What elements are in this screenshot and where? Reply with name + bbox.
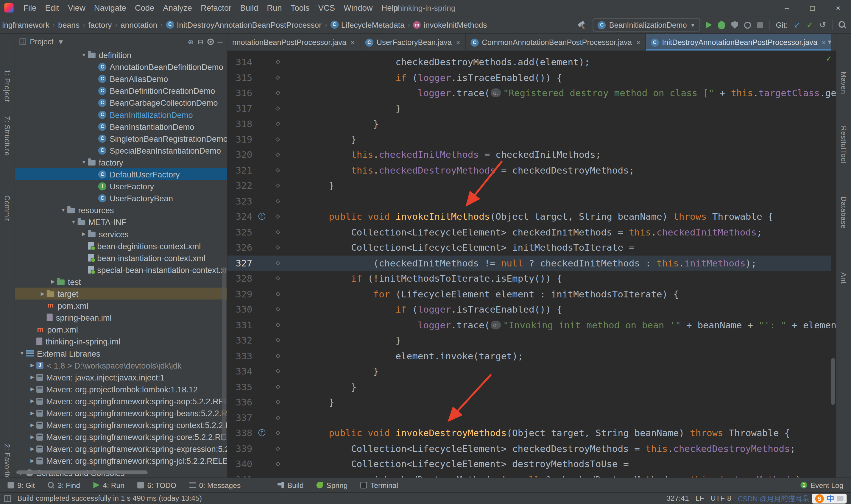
code-line[interactable]: 335 } [228,379,836,394]
line-number[interactable]: 335 [228,379,253,394]
keyboard-icon[interactable] [837,496,844,501]
toolwindow-button-restfultool[interactable]: RestfulTool [840,126,848,164]
tree-item[interactable]: ▶Maven: org.projectlombok:lombok:1.18.12 [15,383,227,395]
close-icon[interactable]: × [456,38,460,47]
profiler-button[interactable] [744,21,752,29]
hide-panel-button[interactable]: ─ [218,38,223,46]
tree-item[interactable]: CAnnotationBeanDefinitionDemo [15,61,227,73]
fold-marker-icon[interactable] [275,260,280,265]
code-line[interactable]: 336 } [228,394,836,410]
code-line[interactable]: 332 } [228,332,836,348]
menu-refactor[interactable]: Refactor [196,0,236,16]
tree-item[interactable]: special-bean-instantiation-context.xml [15,264,227,276]
code-line[interactable]: 321 this.checkedDestroyMethods = checked… [228,163,836,178]
fold-marker-icon[interactable] [275,322,280,327]
code-line[interactable]: 328 if (!initMethodsToIterate.isEmpty())… [228,271,836,286]
fold-marker-icon[interactable] [275,369,280,373]
code-line[interactable]: 340 Collection<LifecycleElement> destroy… [228,456,836,472]
line-number[interactable]: 331 [228,317,253,332]
debug-button[interactable] [718,21,725,29]
fold-marker-icon[interactable] [275,338,280,342]
line-number[interactable]: 317 [228,101,253,116]
build-hammer-icon[interactable] [578,20,587,30]
menu-help[interactable]: Help [377,0,402,16]
code-line[interactable]: 324↑ public void invokeInitMethods(Objec… [228,209,836,224]
run-button[interactable] [706,22,712,28]
tree-item[interactable]: ▶Maven: org.springframework:spring-conte… [15,419,227,431]
breadcrumb-item[interactable]: CLifecycleMetadata [329,20,406,29]
chevron-down-icon[interactable]: ▼ [57,38,64,46]
code-line[interactable]: 338↑ public void invokeDestroyMethods(Ob… [228,426,836,441]
fold-marker-icon[interactable] [275,245,280,250]
menu-view[interactable]: View [64,0,90,16]
tree-collapsed-icon[interactable]: ▶ [28,422,36,428]
code-line[interactable]: 317 } [228,101,836,116]
run-config-select[interactable]: C BeanInitializationDemo ▼ [593,18,700,32]
tree-item[interactable]: IUserFactory [15,180,227,192]
code-line[interactable]: 337 [228,410,836,426]
coverage-button[interactable] [731,21,739,29]
line-number[interactable]: 315 [228,70,253,85]
line-number[interactable]: 334 [228,363,253,379]
tab-userfactorybean-java[interactable]: CUserFactoryBean.java× [360,34,466,51]
line-number[interactable]: 322 [228,178,253,194]
fold-marker-icon[interactable] [275,106,280,110]
tab-commonannotationbeanpostprocessor-java[interactable]: CCommonAnnotationBeanPostProcessor.java× [466,34,646,51]
fold-marker-icon[interactable] [275,199,280,203]
line-number[interactable]: 340 [228,456,253,472]
breadcrumb-item[interactable]: CInitDestroyAnnotationBeanPostProcessor [165,20,323,29]
fold-marker-icon[interactable] [275,75,280,79]
breadcrumb-item[interactable]: minvokeInitMethods [412,20,488,29]
maximize-button[interactable]: □ [799,0,825,16]
tree-item[interactable]: CBeanDefinitionCreationDemo [15,85,227,96]
code-line[interactable]: 322 } [228,178,836,194]
code-line[interactable]: 325 Collection<LifecycleElement> checked… [228,224,836,240]
fold-marker-icon[interactable] [275,230,280,234]
line-number[interactable]: 316 [228,85,253,101]
toolwindow-button-terminal[interactable]: Terminal [361,481,398,489]
tree-item[interactable]: bean-deginitions-context.xml [15,240,227,252]
tree-item[interactable]: ▶Maven: javax.inject:javax.inject:1 [15,371,227,383]
tree-item[interactable]: mpom.xml [15,300,227,311]
tree-item[interactable]: ▶Maven: org.springframework:spring-core:… [15,431,227,443]
fold-marker-icon[interactable] [275,214,280,219]
tree-item[interactable]: CSingletonBeanRegistrationDemo [15,132,227,144]
code-line[interactable]: 329 for (LifecycleElement element : init… [228,286,836,302]
line-number[interactable]: 336 [228,394,253,410]
menu-analyze[interactable]: Analyze [159,0,196,16]
tree-item[interactable]: ▼External Libraries [15,347,227,359]
fold-marker-icon[interactable] [275,168,280,173]
line-number[interactable]: 314 [228,54,253,70]
close-icon[interactable]: × [822,38,826,47]
code-line[interactable]: 318 } [228,116,836,131]
fold-marker-icon[interactable] [275,446,280,451]
fold-marker-icon[interactable] [275,384,280,389]
fold-marker-icon[interactable] [275,90,280,95]
tree-collapsed-icon[interactable]: ▶ [28,398,36,404]
toolwindow-button-9-git[interactable]: 9: Git [8,481,35,489]
tree-item[interactable]: ▶Maven: org.springframework:spring-jcl:5… [15,454,227,467]
tree-collapsed-icon[interactable]: ▶ [28,363,36,368]
toolwindow-button-0-messages[interactable]: 0: Messages [189,481,240,489]
code-line[interactable]: 314 checkedDestroyMethods.add(element); [228,54,836,70]
locate-file-button[interactable]: ⊕ [188,38,194,46]
tree-item[interactable]: ▼resources [15,204,227,216]
override-marker-icon[interactable]: ↑ [258,429,266,436]
menu-window[interactable]: Window [340,0,377,16]
line-number[interactable]: 328 [228,271,253,286]
tree-item[interactable]: ▼factory [15,156,227,168]
project-tree-vertical-scrollbar[interactable] [222,267,226,440]
close-icon[interactable]: × [636,38,640,47]
editor-content[interactable]: 314 checkedDestroyMethods.add(element);3… [228,51,836,478]
tree-item[interactable]: CUserFactoryBean [15,192,227,204]
line-number[interactable]: 341 [228,472,253,478]
tree-item[interactable]: ▼definition [15,49,227,61]
toolwindow-button-event-log[interactable]: 1Event Log [801,481,844,489]
close-icon[interactable]: × [351,38,355,47]
fold-marker-icon[interactable] [275,59,280,64]
breadcrumb-item[interactable]: ingframework [1,20,51,29]
fold-marker-icon[interactable] [275,137,280,141]
fold-marker-icon[interactable] [275,291,280,296]
breadcrumb-item[interactable]: factory [87,20,113,29]
toolwindow-button-ant[interactable]: Ant [840,272,848,284]
